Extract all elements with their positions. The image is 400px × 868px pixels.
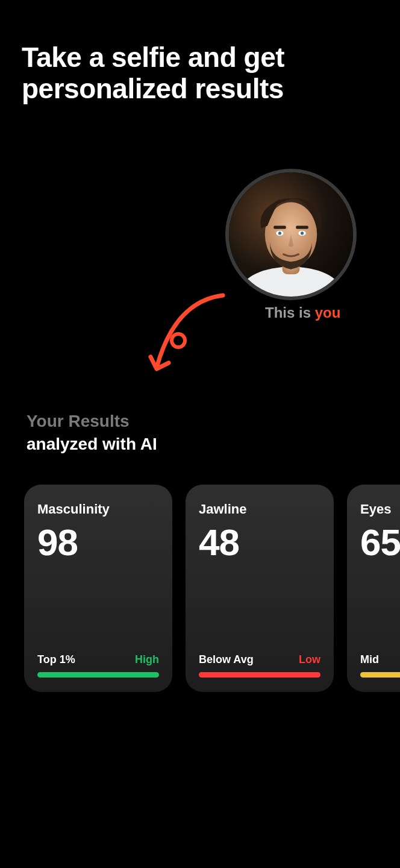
card-title: Eyes bbox=[360, 502, 400, 517]
arrow-icon bbox=[139, 289, 241, 392]
results-header: Your Results analyzed with AI bbox=[27, 410, 157, 456]
card-score: 98 bbox=[37, 521, 159, 564]
results-cards[interactable]: Masculinity 98 Top 1% High Jawline 48 Be… bbox=[24, 485, 400, 692]
card-bar bbox=[199, 672, 320, 678]
svg-point-8 bbox=[278, 231, 281, 234]
card-bar bbox=[360, 672, 400, 678]
selfie-caption: This is you bbox=[265, 304, 340, 321]
card-title: Masculinity bbox=[37, 502, 159, 517]
card-rank: Mid bbox=[360, 653, 379, 666]
selfie-avatar[interactable] bbox=[225, 169, 357, 300]
caption-you: you bbox=[315, 304, 341, 321]
card-rank: Top 1% bbox=[37, 653, 75, 666]
result-card[interactable]: Eyes 65 Mid bbox=[347, 485, 400, 692]
card-score: 65 bbox=[360, 521, 400, 564]
svg-rect-5 bbox=[296, 226, 308, 229]
svg-rect-4 bbox=[273, 226, 286, 229]
screen: Take a selfie and get personalized resul… bbox=[0, 0, 400, 868]
card-level: Low bbox=[299, 653, 320, 666]
selfie-avatar-image bbox=[229, 172, 353, 297]
results-subtitle-muted: Your Results bbox=[27, 410, 157, 433]
card-score: 48 bbox=[199, 521, 320, 564]
result-card[interactable]: Masculinity 98 Top 1% High bbox=[24, 485, 172, 692]
svg-point-9 bbox=[301, 231, 304, 234]
svg-point-10 bbox=[172, 334, 185, 347]
result-card[interactable]: Jawline 48 Below Avg Low bbox=[186, 485, 334, 692]
caption-prefix: This is bbox=[265, 304, 315, 321]
page-title: Take a selfie and get personalized resul… bbox=[22, 42, 388, 104]
card-level: High bbox=[135, 653, 159, 666]
card-bar bbox=[37, 672, 159, 678]
card-title: Jawline bbox=[199, 502, 320, 517]
card-rank: Below Avg bbox=[199, 653, 254, 666]
results-subtitle-bold: analyzed with AI bbox=[27, 433, 157, 456]
